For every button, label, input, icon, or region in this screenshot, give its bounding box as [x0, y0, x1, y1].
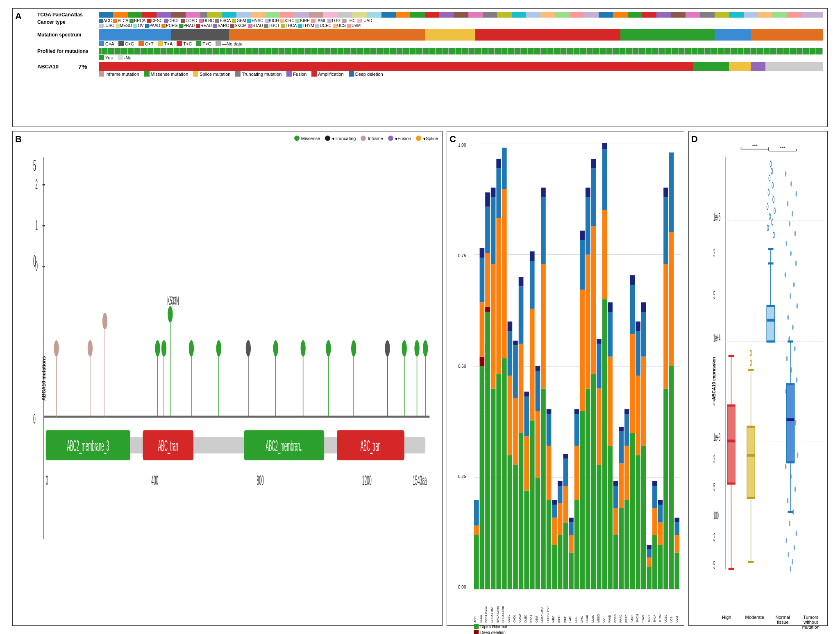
- svg-rect-206: [658, 523, 663, 545]
- svg-rect-117: [536, 478, 540, 590]
- svg-rect-161: [597, 465, 602, 589]
- svg-rect-75: [474, 500, 479, 525]
- svg-rect-74: [474, 525, 479, 535]
- svg-point-35: [161, 340, 166, 357]
- svg-rect-111: [524, 396, 529, 436]
- y-axis-ticks: 1.00 0.75 0.50 0.25 0.00: [458, 143, 466, 589]
- svg-point-276: [790, 566, 791, 572]
- svg-rect-140: [563, 454, 568, 459]
- svg-point-46: [273, 340, 278, 357]
- svg-rect-178: [619, 463, 624, 508]
- svg-point-284: [787, 498, 788, 504]
- svg-text:1: 1: [35, 217, 38, 232]
- profiled-label: Profiled for mutations: [37, 48, 99, 54]
- svg-text:ABC_tran: ABC_tran: [158, 437, 178, 454]
- svg-rect-158: [591, 226, 596, 374]
- svg-point-56: [402, 340, 406, 357]
- svg-rect-145: [574, 500, 579, 589]
- svg-rect-129: [552, 545, 557, 589]
- svg-point-48: [300, 340, 305, 357]
- svg-point-309: [795, 231, 796, 236]
- svg-point-308: [786, 241, 787, 247]
- abca10-bar: [99, 62, 823, 71]
- svg-rect-156: [586, 188, 590, 197]
- svg-rect-107: [519, 286, 524, 344]
- lollipop-svg: 5 0 ABC2_membrane_3 ABC_tran ABC2_membra…: [33, 144, 438, 621]
- svg-point-303: [790, 293, 791, 299]
- svg-rect-79: [480, 258, 485, 302]
- svg-rect-135: [558, 486, 563, 503]
- svg-point-306: [795, 260, 797, 266]
- svg-rect-101: [513, 465, 518, 589]
- svg-rect-84: [485, 207, 490, 253]
- svg-rect-205: [658, 545, 663, 589]
- svg-rect-196: [641, 302, 646, 312]
- x-axis-group-labels: High Moderate Normaltissue Tumorswithout…: [713, 615, 824, 629]
- panel-c-label: C: [450, 134, 456, 145]
- svg-rect-164: [597, 339, 602, 344]
- svg-rect-171: [608, 312, 613, 357]
- svg-rect-163: [597, 344, 602, 389]
- svg-point-40: [189, 340, 194, 357]
- svg-point-312: [787, 201, 788, 207]
- svg-point-260: [769, 175, 770, 181]
- svg-rect-182: [624, 446, 629, 500]
- svg-rect-137: [563, 523, 568, 590]
- svg-rect-144: [569, 518, 574, 523]
- svg-rect-177: [619, 508, 624, 589]
- svg-rect-151: [580, 240, 585, 290]
- svg-rect-192: [636, 322, 640, 331]
- svg-rect-116: [530, 251, 535, 261]
- svg-point-285: [795, 487, 796, 492]
- svg-rect-100: [508, 322, 513, 331]
- panel-c: C % of samples with ABCA10 sCNA 1.00 0.7…: [447, 131, 684, 626]
- svg-text:K533N: K533N: [167, 294, 179, 308]
- svg-point-305: [785, 272, 786, 278]
- svg-rect-98: [508, 376, 513, 455]
- cancer-row1: ACC BLCA BRCA CESC CHOL COAD DLBC ESCA G…: [99, 18, 823, 23]
- svg-rect-103: [513, 345, 518, 398]
- svg-rect-113: [530, 420, 535, 589]
- panel-d: D ABCA10 expression ***: [688, 131, 828, 626]
- svg-text:5: 5: [713, 289, 715, 301]
- svg-rect-102: [513, 398, 518, 465]
- svg-rect-106: [519, 344, 524, 433]
- svg-rect-94: [502, 358, 507, 589]
- svg-text:5: 5: [713, 559, 715, 571]
- svg-rect-174: [613, 508, 618, 535]
- svg-point-50: [326, 340, 331, 357]
- svg-point-267: [772, 220, 773, 225]
- panel-b-legend: Missense ●Truncating Inframe ●Fusion ●Sp…: [294, 136, 438, 141]
- profiled-bar: [99, 48, 823, 54]
- svg-rect-160: [591, 159, 596, 168]
- svg-rect-105: [519, 433, 524, 590]
- svg-point-311: [792, 211, 793, 217]
- svg-point-288: [797, 453, 798, 458]
- svg-rect-153: [586, 389, 590, 590]
- svg-rect-179: [619, 432, 624, 464]
- cancer-type-label: Cancer type: [37, 19, 99, 25]
- svg-rect-141: [569, 552, 574, 589]
- svg-rect-172: [608, 302, 613, 312]
- svg-rect-130: [552, 518, 557, 545]
- svg-rect-109: [524, 491, 529, 589]
- svg-text:2: 2: [713, 530, 715, 543]
- svg-point-280: [786, 538, 787, 543]
- svg-point-298: [794, 346, 796, 351]
- panel-c-legend: Diploid/Normal Deep deletion Arm-level d…: [474, 624, 681, 634]
- svg-text:1e+4: 1e+4: [713, 331, 720, 344]
- svg-rect-85: [485, 192, 490, 207]
- svg-text:***: ***: [780, 146, 786, 151]
- svg-text:800: 800: [257, 473, 263, 487]
- svg-rect-125: [547, 500, 552, 589]
- svg-point-315: [785, 171, 787, 177]
- abca10-percent: 7%: [78, 63, 99, 70]
- svg-point-37: [168, 306, 173, 322]
- significance-row: *** ***: [713, 143, 824, 155]
- sig-svg: *** ***: [713, 143, 824, 155]
- svg-rect-152: [580, 231, 585, 240]
- tcga-title: TCGA PanCanAtlas: [37, 12, 99, 18]
- svg-text:2: 2: [713, 452, 715, 464]
- svg-point-265: [774, 208, 776, 214]
- svg-point-277: [792, 559, 793, 565]
